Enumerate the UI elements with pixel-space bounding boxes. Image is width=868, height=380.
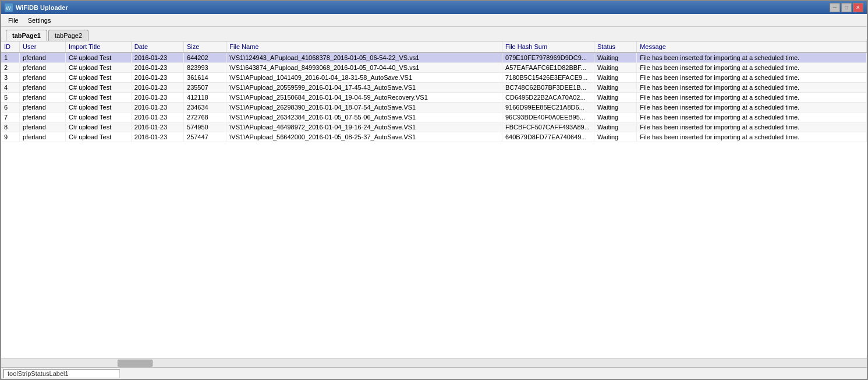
- cell-status: Waiting: [594, 63, 636, 73]
- cell-hash: 079E10FE7978969D9DC9...: [502, 52, 594, 63]
- col-header-status[interactable]: Status: [594, 41, 636, 52]
- tab-page2[interactable]: tabPage2: [48, 30, 88, 41]
- table-row[interactable]: 3pferlandC# upload Test2016-01-23361614\…: [1, 73, 867, 83]
- cell-import-title: C# upload Test: [66, 103, 132, 112]
- cell-filename: \VS1\APupload_25150684_2016-01-04_19-04-…: [226, 93, 502, 103]
- col-header-import-title[interactable]: Import Title: [66, 41, 132, 52]
- cell-id: 4: [1, 83, 20, 93]
- cell-filename: \VS1\APupload_46498972_2016-01-04_19-16-…: [226, 122, 502, 132]
- table-row[interactable]: 7pferlandC# upload Test2016-01-23272768\…: [1, 112, 867, 122]
- cell-user: pferland: [20, 132, 66, 142]
- cell-id: 6: [1, 103, 20, 112]
- cell-user: pferland: [20, 112, 66, 122]
- data-table: ID User Import Title Date Size File Name…: [1, 41, 867, 142]
- table-header-row: ID User Import Title Date Size File Name…: [1, 41, 867, 52]
- col-header-filename[interactable]: File Name: [226, 41, 502, 52]
- cell-size: 235507: [184, 83, 226, 93]
- status-label: toolStripStatusLabel1: [3, 369, 120, 378]
- table-row[interactable]: 4pferlandC# upload Test2016-01-23235507\…: [1, 83, 867, 93]
- cell-filename: \VS1\APupload_56642000_2016-01-05_08-25-…: [226, 132, 502, 142]
- menu-bar: File Settings: [1, 14, 867, 27]
- cell-filename: \VS1\124943_APupload_41068378_2016-01-05…: [226, 52, 502, 63]
- cell-import-title: C# upload Test: [66, 93, 132, 103]
- cell-user: pferland: [20, 93, 66, 103]
- cell-date: 2016-01-23: [131, 83, 183, 93]
- col-header-id[interactable]: ID: [1, 41, 20, 52]
- col-header-message[interactable]: Message: [637, 41, 867, 52]
- cell-user: pferland: [20, 103, 66, 112]
- table-row[interactable]: 8pferlandC# upload Test2016-01-23574950\…: [1, 122, 867, 132]
- table-row[interactable]: 6pferlandC# upload Test2016-01-23234634\…: [1, 103, 867, 112]
- cell-date: 2016-01-23: [131, 63, 183, 73]
- minimize-button[interactable]: ─: [830, 3, 840, 12]
- tab-page1[interactable]: tabPage1: [6, 30, 47, 41]
- cell-id: 1: [1, 52, 20, 63]
- cell-filename: \VS1\643874_APupload_84993068_2016-01-05…: [226, 63, 502, 73]
- app-icon: W: [5, 3, 13, 12]
- close-button[interactable]: ✕: [853, 3, 863, 12]
- col-header-hash[interactable]: File Hash Sum: [502, 41, 594, 52]
- cell-user: pferland: [20, 83, 66, 93]
- cell-status: Waiting: [594, 122, 636, 132]
- cell-user: pferland: [20, 52, 66, 63]
- cell-hash: 640B79D8FD77EA740649...: [502, 132, 594, 142]
- cell-size: 574950: [184, 122, 226, 132]
- cell-date: 2016-01-23: [131, 132, 183, 142]
- cell-message: File has been inserted for importing at …: [637, 63, 867, 73]
- cell-status: Waiting: [594, 73, 636, 83]
- menu-settings[interactable]: Settings: [23, 16, 56, 25]
- cell-date: 2016-01-23: [131, 52, 183, 63]
- cell-import-title: C# upload Test: [66, 63, 132, 73]
- table-row[interactable]: 2pferlandC# upload Test2016-01-23823993\…: [1, 63, 867, 73]
- cell-hash: 96C93BDE40F0A0EEB95...: [502, 112, 594, 122]
- cell-hash: BC748C62B07BF3DEE1B...: [502, 83, 594, 93]
- table-row[interactable]: 9pferlandC# upload Test2016-01-23257447\…: [1, 132, 867, 142]
- col-header-size[interactable]: Size: [184, 41, 226, 52]
- cell-import-title: C# upload Test: [66, 122, 132, 132]
- cell-filename: \VS1\APupload_1041409_2016-01-04_18-31-5…: [226, 73, 502, 83]
- table-row[interactable]: 1pferlandC# upload Test2016-01-23644202\…: [1, 52, 867, 63]
- cell-message: File has been inserted for importing at …: [637, 103, 867, 112]
- col-header-user[interactable]: User: [20, 41, 66, 52]
- cell-message: File has been inserted for importing at …: [637, 52, 867, 63]
- table-row[interactable]: 5pferlandC# upload Test2016-01-23412118\…: [1, 93, 867, 103]
- cell-message: File has been inserted for importing at …: [637, 83, 867, 93]
- cell-hash: CD6495D22B2ACA70A02...: [502, 93, 594, 103]
- cell-user: pferland: [20, 122, 66, 132]
- cell-filename: \VS1\APupload_26342384_2016-01-05_07-55-…: [226, 112, 502, 122]
- cell-message: File has been inserted for importing at …: [637, 122, 867, 132]
- cell-size: 234634: [184, 103, 226, 112]
- cell-status: Waiting: [594, 112, 636, 122]
- cell-size: 644202: [184, 52, 226, 63]
- cell-status: Waiting: [594, 93, 636, 103]
- cell-hash: 7180B5C15426E3EFACE9...: [502, 73, 594, 83]
- menu-file[interactable]: File: [3, 16, 23, 25]
- cell-size: 257447: [184, 132, 226, 142]
- cell-import-title: C# upload Test: [66, 112, 132, 122]
- scrollbar-thumb[interactable]: [118, 360, 153, 367]
- cell-filename: \VS1\APupload_26298390_2016-01-04_18-07-…: [226, 103, 502, 112]
- horizontal-scrollbar[interactable]: [1, 358, 867, 367]
- cell-date: 2016-01-23: [131, 122, 183, 132]
- maximize-button[interactable]: □: [841, 3, 852, 12]
- cell-hash: 9166D99EE85EC21A8D6...: [502, 103, 594, 112]
- table-wrapper[interactable]: ID User Import Title Date Size File Name…: [1, 41, 867, 358]
- cell-status: Waiting: [594, 132, 636, 142]
- col-header-date[interactable]: Date: [131, 41, 183, 52]
- cell-import-title: C# upload Test: [66, 83, 132, 93]
- cell-id: 5: [1, 93, 20, 103]
- cell-status: Waiting: [594, 83, 636, 93]
- cell-date: 2016-01-23: [131, 93, 183, 103]
- cell-user: pferland: [20, 73, 66, 83]
- cell-user: pferland: [20, 63, 66, 73]
- cell-date: 2016-01-23: [131, 103, 183, 112]
- cell-id: 2: [1, 63, 20, 73]
- title-bar: W WiFiDB Uploader ─ □ ✕: [1, 1, 867, 14]
- cell-message: File has been inserted for importing at …: [637, 112, 867, 122]
- cell-message: File has been inserted for importing at …: [637, 132, 867, 142]
- cell-import-title: C# upload Test: [66, 132, 132, 142]
- cell-filename: \VS1\APupload_20559599_2016-01-04_17-45-…: [226, 83, 502, 93]
- window-controls: ─ □ ✕: [830, 3, 863, 12]
- cell-status: Waiting: [594, 52, 636, 63]
- cell-message: File has been inserted for importing at …: [637, 73, 867, 83]
